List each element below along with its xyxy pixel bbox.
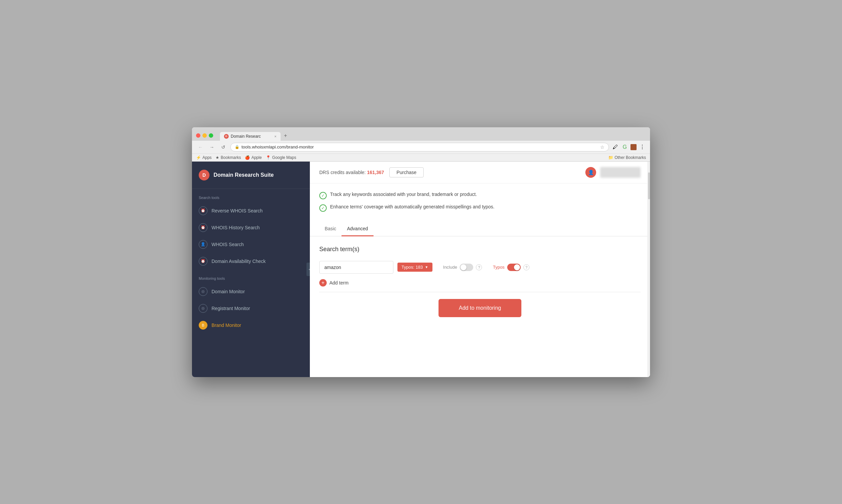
sidebar-item-reverse-whois[interactable]: ⏰ Reverse WHOIS Search	[192, 202, 310, 219]
other-bookmarks[interactable]: 📁 Other Bookmarks	[608, 155, 646, 160]
typos-toggle-knob	[514, 264, 520, 270]
bookmark-apps[interactable]: ⚡ Apps	[196, 155, 212, 160]
top-bar: DRS credits available: 161,367 Purchase …	[310, 162, 650, 183]
maps-icon: 📍	[266, 155, 271, 160]
feature-text-1: Track any keywords associated with your …	[330, 192, 477, 197]
active-tab[interactable]: D Domain Researc ×	[220, 132, 281, 141]
typos-toggle[interactable]	[507, 264, 521, 271]
reload-button[interactable]: ↺	[219, 143, 228, 151]
user-avatar: 👤	[585, 167, 596, 178]
section-title: Search term(s)	[319, 246, 641, 253]
add-term-button[interactable]: + Add term	[319, 279, 641, 287]
typos-toggle-group: Typos ?	[493, 264, 530, 271]
registrant-monitor-icon: ◎	[199, 304, 208, 313]
sidebar-item-whois-search[interactable]: 👤 WHOIS Search	[192, 236, 310, 253]
menu-icon[interactable]: ⋮	[639, 143, 646, 151]
purchase-button[interactable]: Purchase	[389, 167, 423, 177]
domain-availability-icon: ⏰	[199, 257, 208, 266]
sidebar-item-registrant-monitor[interactable]: ◎ Registrant Monitor	[192, 300, 310, 317]
include-help-icon[interactable]: ?	[476, 264, 482, 270]
tab-basic[interactable]: Basic	[319, 222, 341, 236]
monitoring-tools-label: Monitoring tools	[192, 270, 310, 283]
features-area: ✓ Track any keywords associated with you…	[310, 183, 650, 219]
app-layout: D Domain Research Suite Search tools ⏰ R…	[192, 162, 650, 377]
lock-icon: 🔒	[235, 145, 239, 149]
search-terms-area: Search term(s) Typos: 183 ▼ Include ?	[310, 236, 650, 330]
typos-badge-label: Typos: 183	[401, 265, 423, 270]
url-text: tools.whoisxmlapi.com/brand-monitor	[241, 144, 598, 149]
whois-history-label: WHOIS History Search	[212, 225, 260, 230]
check-icon-2: ✓	[319, 204, 327, 212]
reverse-whois-icon: ⏰	[199, 206, 208, 215]
search-term-input[interactable]	[319, 261, 393, 274]
include-toggle-group: Include ?	[443, 264, 482, 271]
user-name-blurred	[600, 167, 641, 178]
apple-icon: 🍎	[245, 155, 250, 160]
divider	[319, 292, 641, 292]
window-controls	[196, 133, 213, 138]
typos-badge[interactable]: Typos: 183 ▼	[397, 263, 432, 272]
nav-bar: ← → ↺ 🔒 tools.whoisxmlapi.com/brand-moni…	[192, 141, 650, 154]
search-tools-label: Search tools	[192, 189, 310, 202]
bookmark-bookmarks[interactable]: ★ Bookmarks	[216, 155, 241, 160]
sidebar-item-whois-history[interactable]: ⏰ WHOIS History Search	[192, 219, 310, 236]
brand-monitor-label: Brand Monitor	[212, 323, 241, 328]
domain-availability-label: Domain Availability Check	[212, 258, 266, 264]
whois-search-icon: 👤	[199, 240, 208, 249]
sidebar-logo: D Domain Research Suite	[192, 162, 310, 189]
star-icon-bookmark: ★	[216, 155, 219, 160]
add-term-icon: +	[319, 279, 327, 287]
add-term-label: Add term	[329, 280, 348, 286]
bookmark-apple[interactable]: 🍎 Apple	[245, 155, 262, 160]
whois-search-label: WHOIS Search	[212, 242, 244, 247]
sidebar: D Domain Research Suite Search tools ⏰ R…	[192, 162, 310, 377]
bookmark-google-maps[interactable]: 📍 Google Maps	[266, 155, 296, 160]
bookmark-star-icon[interactable]: ☆	[600, 144, 605, 150]
browser-window: D Domain Researc × + ← → ↺ 🔒 tools.whois…	[192, 127, 650, 377]
domain-monitor-icon: ◎	[199, 287, 208, 296]
folder-icon: 📁	[608, 155, 613, 160]
logo-text: Domain Research Suite	[214, 172, 274, 178]
feature-item-2: ✓ Enhance terms' coverage with automatic…	[319, 204, 641, 212]
whois-history-icon: ⏰	[199, 223, 208, 232]
browser-chrome: D Domain Researc × + ← → ↺ 🔒 tools.whois…	[192, 127, 650, 162]
typos-help-icon[interactable]: ?	[523, 264, 530, 270]
feature-text-2: Enhance terms' coverage with automatical…	[330, 204, 495, 210]
new-tab-button[interactable]: +	[281, 131, 290, 141]
maximize-dot[interactable]	[209, 133, 213, 138]
brand-monitor-icon: B	[199, 321, 208, 329]
feature-item-1: ✓ Track any keywords associated with you…	[319, 192, 641, 199]
domain-monitor-label: Domain Monitor	[212, 289, 245, 294]
include-toggle-knob	[461, 264, 466, 270]
search-row: Typos: 183 ▼ Include ? Typos	[319, 261, 641, 274]
apps-icon: ⚡	[196, 155, 201, 160]
add-to-monitoring-button[interactable]: Add to monitoring	[438, 299, 521, 317]
profile-icon[interactable]	[630, 144, 637, 150]
grammarly-icon[interactable]: G	[621, 143, 628, 151]
close-dot[interactable]	[196, 133, 200, 138]
typos-toggle-label: Typos	[493, 265, 504, 270]
typos-chevron-icon: ▼	[425, 265, 428, 269]
tabs-area: D Domain Researc × +	[220, 131, 646, 141]
bookmarks-bar: ⚡ Apps ★ Bookmarks 🍎 Apple 📍 Google Maps…	[192, 154, 650, 161]
scrollbar-thumb[interactable]	[648, 173, 650, 199]
scrollbar-track[interactable]	[647, 162, 650, 377]
tab-title: Domain Researc	[231, 134, 261, 139]
include-label: Include	[443, 265, 458, 270]
tab-advanced[interactable]: Advanced	[341, 222, 373, 236]
back-button[interactable]: ←	[196, 143, 205, 151]
include-toggle[interactable]	[460, 264, 473, 271]
forward-button[interactable]: →	[208, 143, 216, 151]
sidebar-item-brand-monitor[interactable]: B Brand Monitor	[192, 317, 310, 334]
tab-close-button[interactable]: ×	[274, 134, 276, 138]
registrant-monitor-label: Registrant Monitor	[212, 306, 250, 311]
logo-icon: D	[199, 170, 210, 180]
nav-right-icons: 🖊 G ⋮	[612, 143, 646, 151]
check-icon-1: ✓	[319, 192, 327, 199]
sidebar-item-domain-monitor[interactable]: ◎ Domain Monitor	[192, 283, 310, 300]
address-bar[interactable]: 🔒 tools.whoisxmlapi.com/brand-monitor ☆	[230, 143, 609, 151]
extension-icon[interactable]: 🖊	[612, 143, 619, 151]
sidebar-item-domain-availability[interactable]: ⏰ Domain Availability Check	[192, 253, 310, 270]
minimize-dot[interactable]	[202, 133, 207, 138]
title-bar: D Domain Researc × +	[192, 127, 650, 141]
